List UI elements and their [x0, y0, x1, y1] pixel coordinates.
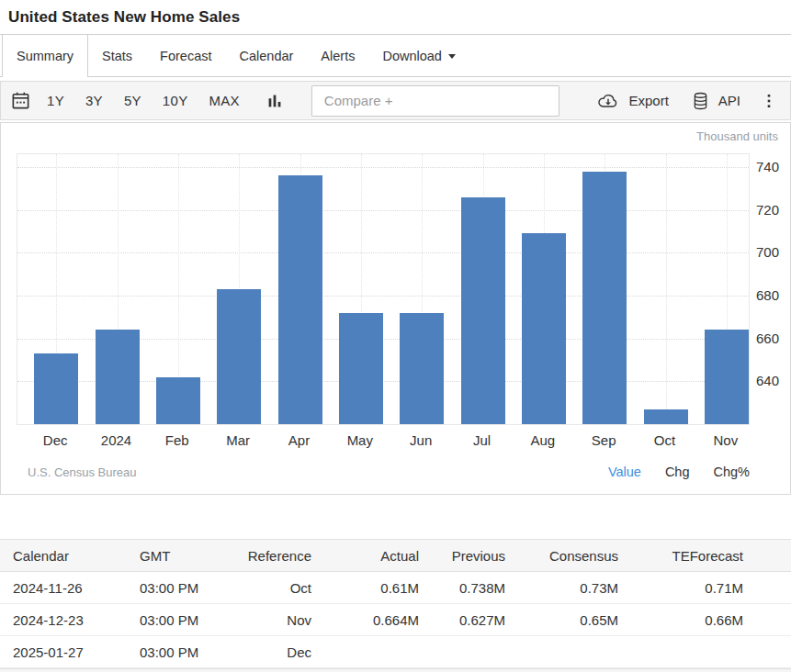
- x-axis-label-nov: Nov: [713, 432, 738, 448]
- compare-input[interactable]: [311, 85, 559, 117]
- tab-bar: SummaryStatsForecastCalendarAlertsDownlo…: [0, 34, 791, 77]
- cell-actual: [317, 636, 424, 668]
- y-axis-label: 680: [756, 287, 779, 303]
- cell-calendar: 2025-01-27: [0, 636, 134, 668]
- tab-label: Stats: [102, 49, 132, 63]
- cloud-download-icon: [596, 91, 620, 111]
- tab-summary[interactable]: Summary: [2, 35, 88, 77]
- tab-label: Forecast: [160, 49, 211, 63]
- x-axis-label-2024: 2024: [101, 432, 131, 448]
- cell-calendar: 2024-11-26: [0, 572, 134, 604]
- x-axis-label-feb: Feb: [165, 432, 189, 448]
- cell-consensus: 0.73M: [511, 572, 624, 604]
- cell-consensus: 0.65M: [511, 604, 624, 636]
- chart-toolbar: 1Y3Y5Y10YMAX Export: [0, 81, 791, 120]
- page: United States New Home Sales SummaryStat…: [0, 0, 791, 672]
- range-5y-button[interactable]: 5Y: [124, 93, 141, 108]
- cell-previous: 0.738M: [424, 572, 511, 604]
- cell-actual: 0.61M: [317, 572, 424, 604]
- chart-footer: U.S. Census Bureau ValueChgChg%: [1, 465, 790, 479]
- y-axis-label: 700: [756, 244, 779, 260]
- tab-stats[interactable]: Stats: [88, 35, 146, 77]
- col-header-previous: Previous: [424, 540, 511, 572]
- api-button[interactable]: API: [680, 91, 751, 111]
- cell-teforecast: 0.71M: [624, 572, 791, 604]
- tab-label: Calendar: [240, 49, 294, 63]
- cell-previous: [424, 636, 511, 668]
- y-axis: 640660680700720740: [756, 153, 789, 425]
- kebab-menu-icon: [761, 91, 777, 111]
- col-header-actual: Actual: [317, 540, 424, 572]
- export-button[interactable]: Export: [585, 91, 679, 111]
- y-axis-label: 660: [756, 330, 779, 346]
- x-axis-label-dec: Dec: [43, 432, 68, 448]
- bar-jun[interactable]: [400, 313, 444, 424]
- title-bar: United States New Home Sales: [0, 0, 791, 34]
- plot-area: [17, 153, 750, 425]
- x-axis: Dec2024FebMarAprMayJunJulAugSepOctNov: [17, 432, 750, 451]
- table-row: 2024-11-2603:00 PMOct0.61M0.738M0.73M0.7…: [0, 572, 791, 604]
- bar-apr[interactable]: [278, 175, 322, 424]
- tab-alerts[interactable]: Alerts: [307, 35, 368, 77]
- col-header-calendar: Calendar: [0, 540, 134, 572]
- mode-chg-link[interactable]: Chg: [665, 465, 690, 479]
- x-axis-label-may: May: [347, 432, 373, 448]
- bar-dec[interactable]: [34, 353, 78, 424]
- gridline: [17, 167, 749, 168]
- bar-oct[interactable]: [644, 409, 688, 424]
- calendar-table: CalendarGMTReferenceActualPreviousConsen…: [0, 539, 791, 668]
- mode-chgpct-link[interactable]: Chg%: [714, 465, 751, 479]
- calendar-section: CalendarGMTReferenceActualPreviousConsen…: [0, 539, 791, 672]
- chart: Thousand units 640660680700720740 Dec202…: [0, 122, 791, 495]
- col-header-teforecast: TEForecast: [624, 540, 791, 572]
- x-axis-label-apr: Apr: [288, 432, 310, 448]
- table-header-row: CalendarGMTReferenceActualPreviousConsen…: [0, 540, 791, 572]
- range-10y-button[interactable]: 10Y: [163, 93, 188, 108]
- cell-previous: 0.627M: [424, 604, 511, 636]
- cell-calendar: 2024-12-23: [0, 604, 134, 636]
- caret-down-icon: [448, 54, 456, 59]
- x-axis-label-jun: Jun: [410, 432, 432, 448]
- bar-2024[interactable]: [96, 330, 140, 424]
- gridline: [17, 210, 749, 211]
- more-options-button[interactable]: [751, 91, 781, 111]
- cell-gmt: 03:00 PM: [134, 604, 239, 636]
- next-section-header-partial: [0, 668, 791, 672]
- column-chart-icon: [265, 91, 285, 111]
- y-axis-label: 740: [756, 159, 779, 174]
- gridline: [17, 252, 749, 253]
- mode-value-link[interactable]: Value: [608, 465, 641, 479]
- date-range-picker-button[interactable]: [10, 90, 31, 111]
- value-mode-switch: ValueChgChg%: [608, 465, 750, 479]
- tab-download[interactable]: Download: [368, 35, 469, 77]
- chart-type-button[interactable]: [265, 91, 285, 111]
- tab-calendar[interactable]: Calendar: [226, 35, 308, 77]
- table-row: 2025-01-2703:00 PMDec: [0, 636, 791, 668]
- tab-label: Alerts: [321, 49, 355, 63]
- bar-aug[interactable]: [522, 233, 566, 424]
- bar-nov[interactable]: [705, 330, 749, 424]
- y-axis-label: 720: [756, 202, 779, 218]
- bar-may[interactable]: [339, 313, 383, 424]
- cell-reference: Nov: [239, 604, 317, 636]
- tab-label: Download: [382, 49, 442, 63]
- gridline: [17, 296, 749, 297]
- source-label: U.S. Census Bureau: [28, 465, 137, 479]
- cell-reference: Oct: [239, 572, 317, 604]
- x-axis-label-sep: Sep: [592, 432, 616, 448]
- x-axis-label-oct: Oct: [654, 432, 675, 448]
- bar-jul[interactable]: [461, 197, 505, 424]
- range-1y-button[interactable]: 1Y: [47, 93, 64, 108]
- bar-mar[interactable]: [217, 289, 261, 424]
- cell-gmt: 03:00 PM: [134, 636, 239, 668]
- toolbar-right-group: Export API: [585, 91, 781, 111]
- table-row: 2024-12-2303:00 PMNov0.664M0.627M0.65M0.…: [0, 604, 791, 636]
- range-max-button[interactable]: MAX: [209, 93, 239, 108]
- bar-sep[interactable]: [582, 172, 627, 424]
- page-title: United States New Home Sales: [8, 8, 240, 27]
- cell-teforecast: 0.66M: [624, 604, 791, 636]
- tab-forecast[interactable]: Forecast: [146, 35, 225, 77]
- range-3y-button[interactable]: 3Y: [85, 93, 103, 108]
- bar-feb[interactable]: [156, 377, 200, 424]
- col-header-consensus: Consensus: [511, 540, 624, 572]
